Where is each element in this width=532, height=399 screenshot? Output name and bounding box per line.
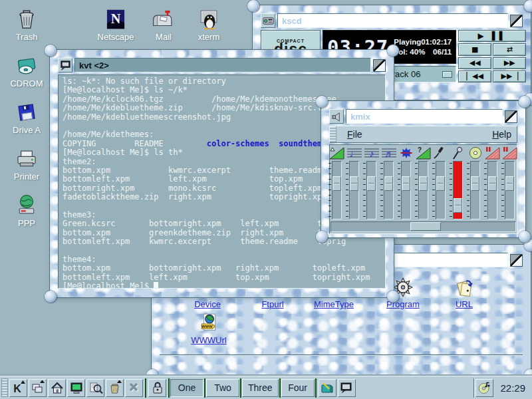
window-list-button[interactable] [29,379,47,397]
terminal-button[interactable] [67,379,85,397]
synth-channel-icon[interactable]: ♬ [381,146,397,160]
slider-handle[interactable] [505,176,514,191]
bass-channel-icon[interactable]: ♩ [346,146,362,160]
menu-file[interactable]: File [342,129,368,140]
slider-handle[interactable] [367,176,376,191]
volume-slider-microphone[interactable] [453,161,463,219]
mixer-horizontal-scrollbar[interactable] [331,221,516,232]
kmix-title[interactable]: kmix [346,109,503,124]
corner-knob[interactable] [247,0,259,12]
corner-knob[interactable] [316,96,328,108]
kscd-maximize-button[interactable] [510,15,523,27]
file-manager-maximize-button[interactable] [510,254,523,267]
menu-help[interactable]: Help [487,129,517,140]
volume-slider-line-in[interactable] [436,161,446,219]
desktop-pager-two[interactable]: Two [206,379,239,397]
panel-hide-handle[interactable] [1,378,8,397]
kscd-title[interactable]: kscd [277,13,508,28]
slider-handle[interactable] [419,176,428,191]
trash-button[interactable] [106,379,124,397]
desktop-icon-netscape[interactable]: NNetscape [93,7,138,42]
volume-slider-mute-2[interactable] [505,161,515,219]
track-dropdown-button[interactable] [442,71,452,78]
mute-1-channel-icon[interactable] [485,146,501,160]
volume-slider-mute-1[interactable] [487,161,497,219]
desktop-icon-cdrom[interactable]: CDROM [4,53,49,88]
corner-knob[interactable] [316,231,328,243]
desktop-icon-ppp[interactable]: PPP [4,193,49,228]
kvt-title[interactable]: kvt <2> [74,58,371,72]
slider-handle[interactable] [454,198,462,213]
corner-knob[interactable] [519,231,531,243]
konsole-button[interactable] [338,379,356,397]
microphone-channel-icon[interactable] [450,146,466,160]
file-icon-wwwurl[interactable]: WWWWWWUrl [180,312,238,345]
unknown-channel-icon[interactable]: ? [416,146,432,160]
netscape-icon: N [102,7,129,32]
desktop-icon-trash[interactable]: Trash [4,7,49,42]
pcm-channel-icon[interactable] [398,146,414,160]
kscd-app-icon[interactable] [261,13,275,28]
kvt-maximize-button[interactable] [373,59,386,72]
desktop-icon-drive-a[interactable]: Drive A [4,100,49,135]
scrollbar-thumb[interactable] [410,222,441,231]
cdrom-icon [13,53,40,78]
volume-slider-bass[interactable] [349,161,359,219]
desktop-pager-four[interactable]: Four [281,379,315,397]
kmix-maximize-button[interactable] [505,110,517,123]
desktop-pager-one[interactable]: One [170,379,203,397]
kvt-titlebar[interactable]: kvt <2> [58,58,386,72]
slider-handle[interactable] [402,176,410,191]
slider-handle[interactable] [488,176,497,191]
volume-slider-treble[interactable] [366,161,376,219]
menubar-drag-handle[interactable] [330,126,336,142]
kmix-titlebar[interactable]: kmix [329,109,517,124]
volume-slider-cd[interactable] [470,161,480,219]
terminal-monitor-icon[interactable] [58,58,72,72]
track-selector[interactable]: Track 06 [383,66,456,82]
cd-channel-icon[interactable] [467,146,483,160]
close-button[interactable] [125,379,143,397]
volume-slider-synth[interactable] [384,161,394,219]
loop-button[interactable]: ⇄ [493,43,526,55]
kmix-app-icon[interactable] [329,109,344,124]
desktop-icon-xterm[interactable]: xterm [186,7,231,42]
lock-screen-button[interactable] [148,379,166,397]
corner-knob[interactable] [45,45,57,57]
mixer-channel-mute-2 [502,146,518,219]
volume-channel-icon[interactable] [329,146,345,160]
rewind-button[interactable]: ◀◀ [458,57,491,69]
corner-knob[interactable] [45,291,57,303]
kscd-tray-icon[interactable] [475,379,493,397]
next-track-button[interactable]: ▶▶▕ [493,70,526,82]
slider-handle[interactable] [384,176,393,191]
kscd-titlebar[interactable]: kscd [261,13,523,28]
corner-knob[interactable] [519,96,531,108]
forward-button[interactable]: ▶▶ [493,57,526,69]
slider-handle[interactable] [471,176,479,191]
file-icon-url[interactable]: URL [435,276,493,309]
home-button[interactable] [48,379,66,397]
desktop-icon-mail[interactable]: Mail [141,7,186,42]
previous-track-button[interactable]: ▏◀◀ [458,70,491,82]
corner-knob[interactable] [387,45,399,57]
play-pause-button[interactable]: ▶▌▌ [458,30,526,42]
treble-channel-icon[interactable]: ♪ [364,146,380,160]
corner-knob[interactable] [524,0,532,12]
slider-handle[interactable] [332,176,341,191]
volume-slider-pcm[interactable] [401,161,411,219]
lcd-status: Playing [394,38,421,46]
find-button[interactable] [86,379,104,397]
mute-2-channel-icon[interactable] [502,146,518,160]
volume-slider-unknown[interactable] [418,161,428,219]
notes-button[interactable] [319,379,336,397]
stop-button[interactable]: ■ [458,43,491,55]
desktop-icon-printer[interactable]: Printer [4,146,49,182]
corner-knob[interactable] [387,291,399,303]
volume-slider-volume[interactable] [332,161,342,219]
line-in-channel-icon[interactable] [433,146,449,160]
slider-handle[interactable] [436,176,445,191]
k-menu-button[interactable]: K [9,379,27,397]
desktop-pager-three[interactable]: Three [242,379,279,397]
slider-handle[interactable] [350,176,358,191]
